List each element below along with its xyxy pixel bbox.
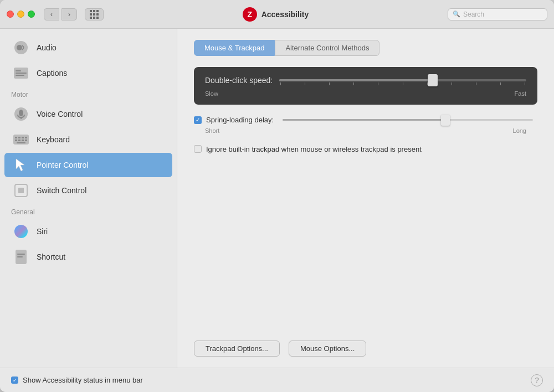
svg-rect-25 xyxy=(17,256,23,257)
svg-rect-18 xyxy=(17,142,25,143)
sidebar-item-label: Pointer Control xyxy=(37,161,88,169)
double-click-fast: Fast xyxy=(515,90,526,97)
titlebar: ‹ › Z Accessibility 🔍 Search xyxy=(0,0,554,29)
svg-marker-19 xyxy=(16,159,24,171)
grid-icon xyxy=(90,10,99,19)
pointer-control-icon xyxy=(13,157,29,173)
back-button[interactable]: ‹ xyxy=(44,8,59,20)
svg-rect-13 xyxy=(25,137,27,138)
sidebar-item-label: Audio xyxy=(37,43,57,52)
sidebar-item-label: Voice Control xyxy=(37,110,83,118)
tab-alternate-control[interactable]: Alternate Control Methods xyxy=(275,40,379,56)
main-content: Audio Captions Motor xyxy=(0,29,554,368)
sidebar: Audio Captions Motor xyxy=(0,29,177,368)
keyboard-icon xyxy=(13,132,29,147)
tab-bar: Mouse & Trackpad Alternate Control Metho… xyxy=(194,40,537,56)
double-click-row: Double-click speed: xyxy=(205,76,526,85)
traffic-lights xyxy=(7,11,35,18)
sidebar-item-label: Switch Control xyxy=(37,186,86,195)
spring-long-label: Long xyxy=(513,127,526,134)
switch-control-icon xyxy=(13,183,29,198)
svg-rect-14 xyxy=(15,140,17,141)
spring-loading-label: Spring-loading delay: xyxy=(206,116,274,124)
bottom-bar: ✓ Show Accessibility status in menu bar … xyxy=(0,368,554,392)
sidebar-section-motor: Motor xyxy=(0,86,177,101)
spring-loading-slider[interactable] xyxy=(283,119,533,121)
window: ‹ › Z Accessibility 🔍 Search xyxy=(0,0,554,392)
help-button[interactable]: ? xyxy=(531,374,543,386)
spring-loading-row: ✓ Spring-loading delay: xyxy=(194,114,537,126)
menu-bar-checkbox[interactable]: ✓ xyxy=(11,376,18,384)
svg-rect-15 xyxy=(18,140,20,141)
sidebar-item-voice-control[interactable]: Voice Control xyxy=(4,102,172,126)
double-click-slow: Slow xyxy=(205,90,218,97)
spring-loading-section: ✓ Spring-loading delay: Short Long xyxy=(194,114,537,134)
spring-short-label: Short xyxy=(205,127,219,134)
close-button[interactable] xyxy=(7,11,14,18)
titlebar-center: Z Accessibility xyxy=(108,7,443,22)
nav-buttons: ‹ › xyxy=(44,8,77,20)
tab-mouse-trackpad[interactable]: Mouse & Trackpad xyxy=(194,40,275,56)
sidebar-item-captions[interactable]: Captions xyxy=(4,61,172,85)
captions-icon xyxy=(13,65,29,81)
double-click-range: Slow Fast xyxy=(205,90,526,97)
svg-rect-12 xyxy=(22,137,24,138)
app-logo: Z xyxy=(243,7,257,22)
ignore-trackpad-checkbox[interactable] xyxy=(194,145,202,153)
svg-rect-10 xyxy=(15,137,17,138)
sidebar-item-label: Keyboard xyxy=(37,135,70,144)
checkmark-sm-icon: ✓ xyxy=(13,378,17,383)
menu-bar-label: Show Accessibility status in menu bar xyxy=(23,376,143,384)
trackpad-options-button[interactable]: Trackpad Options... xyxy=(194,341,280,357)
sidebar-section-general: General xyxy=(0,204,177,218)
sidebar-item-switch-control[interactable]: Switch Control xyxy=(4,178,172,203)
search-bar[interactable]: 🔍 Search xyxy=(448,8,547,20)
mouse-options-button[interactable]: Mouse Options... xyxy=(289,341,366,357)
maximize-button[interactable] xyxy=(28,11,35,18)
siri-icon xyxy=(13,224,29,239)
ignore-trackpad-row: Ignore built-in trackpad when mouse or w… xyxy=(194,143,537,156)
bottom-buttons: Trackpad Options... Mouse Options... xyxy=(194,329,537,357)
spring-loading-checkbox[interactable]: ✓ xyxy=(194,116,202,124)
sidebar-item-shortcut[interactable]: Shortcut xyxy=(4,245,172,269)
right-panel: Mouse & Trackpad Alternate Control Metho… xyxy=(177,29,554,368)
svg-rect-21 xyxy=(18,188,24,193)
svg-rect-3 xyxy=(16,70,21,71)
svg-point-22 xyxy=(14,225,28,238)
double-click-card: Double-click speed: xyxy=(194,67,537,105)
double-click-label: Double-click speed: xyxy=(205,76,273,85)
checkmark-icon: ✓ xyxy=(196,117,200,123)
sidebar-item-siri[interactable]: Siri xyxy=(4,219,172,244)
svg-rect-24 xyxy=(17,254,25,255)
titlebar-title: Accessibility xyxy=(261,10,309,19)
audio-icon xyxy=(13,40,29,55)
voice-control-icon xyxy=(13,106,29,122)
ignore-trackpad-label: Ignore built-in trackpad when mouse or w… xyxy=(206,145,422,153)
svg-rect-16 xyxy=(22,140,24,141)
svg-rect-17 xyxy=(25,140,27,141)
sidebar-item-audio[interactable]: Audio xyxy=(4,35,172,60)
svg-rect-11 xyxy=(18,137,20,138)
sidebar-item-label: Shortcut xyxy=(37,252,65,261)
forward-button[interactable]: › xyxy=(61,8,77,20)
search-placeholder: Search xyxy=(463,11,484,18)
sidebar-item-label: Siri xyxy=(37,227,48,236)
svg-point-7 xyxy=(19,110,23,116)
sidebar-item-label: Captions xyxy=(37,69,67,78)
minimize-button[interactable] xyxy=(17,11,24,18)
sidebar-item-pointer-control[interactable]: Pointer Control xyxy=(4,153,172,177)
search-icon: 🔍 xyxy=(453,11,460,18)
double-click-slider[interactable] xyxy=(279,79,526,81)
grid-view-button[interactable] xyxy=(85,8,104,20)
shortcut-icon xyxy=(13,249,29,265)
sidebar-item-keyboard[interactable]: Keyboard xyxy=(4,127,172,152)
svg-rect-4 xyxy=(16,73,27,74)
svg-point-1 xyxy=(17,45,22,50)
spring-loading-range: Short Long xyxy=(194,127,537,134)
svg-rect-5 xyxy=(16,75,24,76)
